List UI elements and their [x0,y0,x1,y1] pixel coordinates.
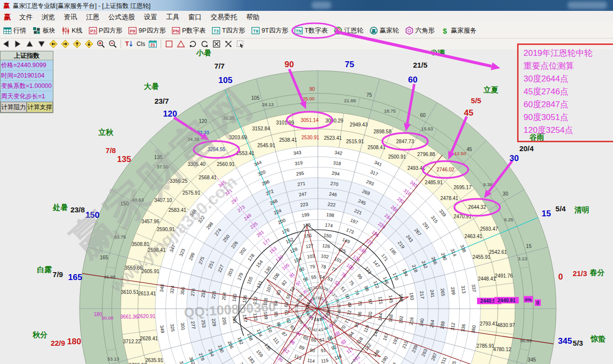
svg-text:294: 294 [331,170,340,177]
toolbar-button-江恩轮[interactable]: 江恩轮 [331,24,366,37]
menu-item-4[interactable]: 公式选股 [104,12,139,23]
x-box-icon[interactable] [211,39,222,49]
diamond-down-icon[interactable] [83,39,95,49]
x-arrows-icon[interactable] [222,39,234,49]
menu-item-5[interactable]: 设置 [139,12,162,23]
menu-item-2[interactable]: 资讯 [59,12,82,23]
cls-icon[interactable]: Cls [135,39,147,49]
wheel-outer-label-惊蛰: 惊蛰 [590,334,606,343]
toolbar-button-T四方形[interactable]: T3T四方形 [209,24,248,37]
svg-text:109: 109 [263,311,269,320]
toolbar-button-K线[interactable]: K线 [58,24,86,37]
toolbar-button-label: P四方形 [99,26,123,35]
menu-item-0[interactable]: 文件 [15,12,37,23]
svg-text:2542.61: 2542.61 [489,249,507,255]
rotate-ccw-icon[interactable] [199,39,211,49]
nav-up-icon[interactable] [24,39,36,49]
toolbar-button-T数字表[interactable]: TNT数字表 [291,24,331,37]
dollar-icon: $ [440,26,449,35]
svg-text:73: 73 [357,300,363,306]
diamond-right-icon[interactable] [59,39,71,49]
svg-text:133: 133 [252,313,259,321]
menu-item-7[interactable]: 窗口 [184,12,206,23]
toolbar-button-赢家轮[interactable]: 赢赢家轮 [366,24,402,37]
annotation-line-6: 120度3254点 [524,124,613,137]
toolbar-button-赢家服务[interactable]: $赢家服务 [438,24,480,37]
zoom-in-icon[interactable] [95,39,107,49]
menu-item-6[interactable]: 工具 [162,12,184,23]
toolbar-button-六角形[interactable]: 六角形 [402,24,438,37]
svg-text:180: 180 [94,312,102,317]
svg-text:40.63: 40.63 [132,197,144,202]
calendar-icon[interactable]: 21 [147,39,159,49]
diamond-up-icon[interactable] [71,39,83,49]
svg-text:T3: T3 [214,28,219,33]
svg-text:241: 241 [429,289,436,298]
svg-text:301: 301 [180,322,186,330]
wheel-outer-label-7/8: 7/8 [106,146,116,155]
diamond-left-icon[interactable] [47,39,59,49]
t-down-icon[interactable]: T [123,39,135,49]
menu-item-3[interactable]: 江恩 [82,12,104,23]
annotation-line-3: 45度2746点 [524,85,613,98]
svg-text:4830.97: 4830.97 [497,323,515,328]
toolbar-button-行情[interactable]: 行情 [0,24,29,37]
menu-item-1[interactable]: 浏览 [37,12,59,23]
panel-row-3: 周天变化步长=1 [0,91,53,102]
svg-text:3305.40: 3305.40 [187,162,206,167]
svg-text:96: 96 [356,311,362,317]
svg-text:46.88: 46.88 [104,274,116,280]
svg-text:21.88: 21.88 [344,98,356,103]
toolbar-button-P数字表[interactable]: PNP数字表 [169,24,209,37]
wheel-outer-label-5/5: 5/5 [471,96,482,105]
svg-text:3.13: 3.13 [518,256,527,261]
svg-text:4780.12: 4780.12 [493,347,512,352]
svg-text:9.38: 9.38 [483,182,492,187]
wheel-outer-label-5/3: 5/3 [573,339,583,347]
select-tool-icon[interactable] [234,39,246,49]
svg-text:T9: T9 [253,28,259,33]
triangle-tool-icon[interactable] [175,39,187,49]
wheel-outer-label-15: 15 [542,209,551,218]
svg-text:2620.91: 2620.91 [137,314,156,319]
svg-text:270: 270 [330,181,339,187]
rotate-cw-icon[interactable] [187,39,199,49]
svg-text:2440.91: 2440.91 [498,298,516,303]
menu-item-9[interactable]: 帮助 [242,12,264,23]
menu-item-8[interactable]: 交易委托 [206,12,242,23]
toolbar-button-9P四方形[interactable]: P99P四方形 [125,24,169,37]
calc-support-button[interactable]: 计算支撑 [27,102,53,113]
calc-resistance-button[interactable]: 计算阻力 [0,102,27,113]
svg-text:3407.10: 3407.10 [154,198,173,203]
panel-title: 上证指数 [0,51,53,60]
wheel-outer-label-清明: 清明 [574,205,589,214]
svg-text:2575.91: 2575.91 [182,190,201,196]
svg-text:2500.91: 2500.91 [388,154,406,160]
toolbar-button-P四方形[interactable]: P3P四方形 [86,24,126,37]
winner-wheel-icon: 赢 [369,26,378,35]
zoom-out-icon[interactable] [107,39,119,49]
toolbar-button-9T四方形[interactable]: T99T四方形 [248,24,291,37]
window-controls-blur[interactable] [568,1,607,9]
wheel-outer-label-0: 0 [558,272,563,282]
svg-text:151: 151 [304,232,312,239]
wheel-outer-label-7/9: 7/9 [53,270,63,279]
svg-text:2538.41: 2538.41 [279,137,298,143]
toolbar-button-label: 六角形 [415,26,435,35]
kline-icon [61,26,70,35]
square-tool-icon[interactable] [163,39,175,49]
nav-down-icon[interactable] [36,39,47,49]
nav-right-icon[interactable] [12,39,24,49]
toolbar-button-label: 行情 [13,26,26,35]
toolbar-button-板块[interactable]: 板块 [29,24,58,37]
menu-bar: 赢 文件浏览资讯江恩公式选股设置工具窗口交易委托帮助 [0,11,613,23]
application-window: 赢 赢家江恩专业版[赢家服务平台] - [上证指数 江恩轮] 赢 文件浏览资讯江… [0,0,613,364]
svg-text:96.88: 96.88 [520,338,532,343]
wheel-outer-label-立秋: 立秋 [98,128,114,136]
svg-text:2590.91: 2590.91 [157,227,175,232]
nav-left-icon[interactable] [0,39,12,49]
svg-text:360: 360 [470,325,477,333]
svg-text:15: 15 [526,243,532,249]
gann-wheel-icon [334,26,343,35]
svg-text:181: 181 [232,316,238,324]
